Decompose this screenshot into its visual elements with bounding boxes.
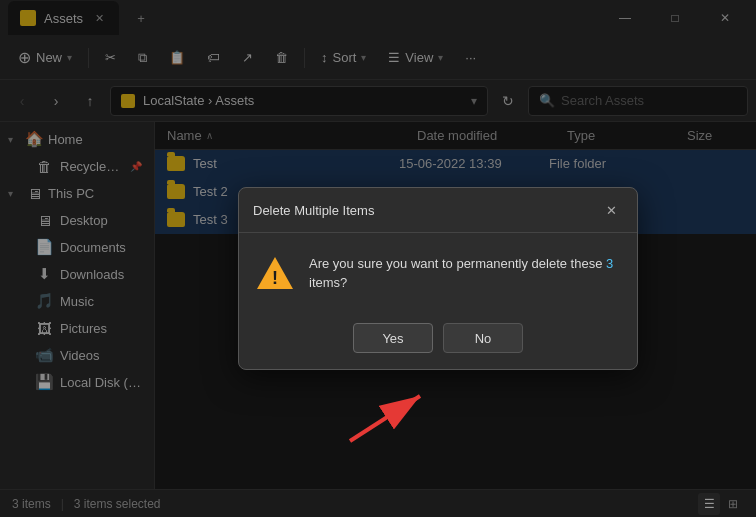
svg-text:!: ! [272, 268, 278, 288]
dialog-close-button[interactable]: ✕ [599, 198, 623, 222]
yes-label: Yes [382, 331, 403, 346]
delete-dialog: Delete Multiple Items ✕ ! Are you sure y… [238, 187, 638, 370]
dialog-message: Are you sure you want to permanently del… [309, 254, 621, 293]
dialog-message-count: 3 [606, 256, 613, 271]
dialog-body: ! Are you sure you want to permanently d… [239, 233, 637, 313]
dialog-message-prefix: Are you sure you want to permanently del… [309, 256, 606, 271]
dialog-title: Delete Multiple Items [253, 203, 374, 218]
yes-button[interactable]: Yes [353, 323, 433, 353]
dialog-overlay: Delete Multiple Items ✕ ! Are you sure y… [0, 0, 756, 517]
dialog-footer: Yes No [239, 313, 637, 369]
dialog-title-bar: Delete Multiple Items ✕ [239, 188, 637, 233]
warning-triangle-svg: ! [255, 253, 295, 293]
dialog-message-suffix: items? [309, 275, 347, 290]
warning-icon: ! [255, 253, 295, 293]
no-button[interactable]: No [443, 323, 523, 353]
no-label: No [475, 331, 492, 346]
